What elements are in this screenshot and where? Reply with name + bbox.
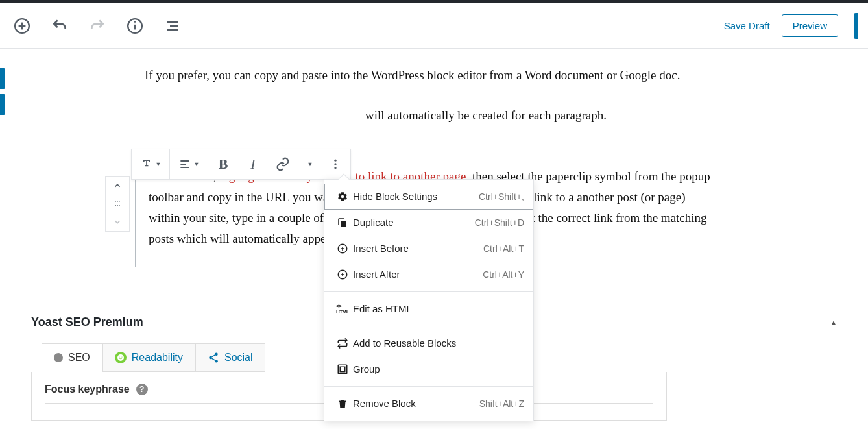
- seo-score-indicator: [54, 353, 63, 362]
- menu-shortcut: Ctrl+Shift+,: [479, 191, 524, 202]
- svg-point-9: [115, 201, 116, 202]
- block-mover: [105, 176, 130, 232]
- tab-label: Social: [224, 352, 253, 363]
- svg-line-37: [211, 358, 215, 360]
- collapse-icon: ▲: [830, 319, 837, 326]
- share-icon: [208, 352, 219, 363]
- svg-rect-21: [341, 221, 346, 227]
- svg-point-18: [334, 159, 336, 161]
- move-down-button[interactable]: [106, 213, 129, 231]
- tab-label: SEO: [68, 352, 90, 363]
- svg-point-11: [119, 201, 120, 202]
- svg-point-31: [119, 356, 119, 357]
- undo-button[interactable]: [48, 14, 71, 38]
- menu-separator: [324, 386, 533, 387]
- menu-edit-html[interactable]: <>HTML Edit as HTML: [324, 296, 533, 322]
- svg-point-19: [334, 163, 336, 165]
- preview-button[interactable]: Preview: [782, 14, 838, 37]
- yoast-tab-social[interactable]: Social: [195, 343, 265, 372]
- svg-point-30: [117, 354, 124, 361]
- svg-point-34: [209, 356, 212, 360]
- svg-point-14: [119, 205, 120, 206]
- yoast-title: Yoast SEO Premium: [31, 315, 143, 329]
- html-icon: <>HTML: [333, 303, 352, 315]
- yoast-tab-seo[interactable]: SEO: [42, 343, 102, 372]
- menu-insert-after[interactable]: Insert After Ctrl+Alt+Y: [324, 262, 533, 288]
- menu-separator: [324, 291, 533, 292]
- reusable-icon: [333, 337, 352, 349]
- add-block-button[interactable]: [10, 14, 34, 38]
- svg-line-36: [211, 355, 215, 357]
- menu-duplicate[interactable]: Duplicate Ctrl+Shift+D: [324, 210, 533, 236]
- menu-shortcut: Shift+Alt+Z: [479, 398, 524, 409]
- publish-button-edge[interactable]: [854, 13, 858, 39]
- svg-point-35: [215, 360, 218, 363]
- readability-score-indicator: [115, 352, 127, 363]
- copy-icon: [333, 217, 352, 228]
- menu-label: Insert Before: [352, 243, 483, 254]
- align-button[interactable]: ▼: [170, 149, 208, 179]
- menu-label: Duplicate: [352, 217, 475, 228]
- help-icon[interactable]: ?: [136, 384, 148, 395]
- menu-remove-block[interactable]: Remove Block Shift+Alt+Z: [324, 391, 533, 417]
- menu-label: Remove Block: [352, 398, 479, 409]
- menu-label: Group: [352, 363, 524, 374]
- block-options-button[interactable]: [320, 149, 350, 179]
- menu-hide-block-settings[interactable]: Hide Block Settings Ctrl+Shift+,: [324, 184, 533, 210]
- move-up-button[interactable]: [106, 177, 129, 195]
- paragraph-block[interactable]: will automatically be created for each p…: [145, 105, 723, 126]
- svg-point-10: [117, 201, 118, 202]
- menu-add-reusable[interactable]: Add to Reusable Blocks: [324, 330, 533, 356]
- menu-separator: [324, 326, 533, 326]
- svg-point-5: [134, 22, 135, 23]
- link-button[interactable]: [268, 149, 298, 179]
- menu-insert-before[interactable]: Insert Before Ctrl+Alt+T: [324, 236, 533, 262]
- svg-point-13: [117, 205, 118, 206]
- focus-keyphrase-label: Focus keyphrase: [45, 384, 130, 395]
- block-options-dropdown: Hide Block Settings Ctrl+Shift+, Duplica…: [324, 179, 534, 421]
- svg-point-32: [121, 356, 122, 357]
- block-type-button[interactable]: ▼: [132, 149, 169, 179]
- menu-group[interactable]: Group: [324, 356, 533, 382]
- yoast-tab-readability[interactable]: Readability: [102, 343, 195, 372]
- svg-rect-29: [340, 367, 345, 372]
- editor-content: If you prefer, you can copy and paste in…: [0, 49, 868, 267]
- gear-icon: [333, 191, 352, 202]
- tab-label: Readability: [132, 352, 183, 363]
- drag-handle[interactable]: [106, 195, 129, 213]
- redo-button[interactable]: [86, 14, 109, 38]
- menu-shortcut: Ctrl+Alt+T: [483, 243, 524, 254]
- trash-icon: [333, 398, 352, 410]
- editor-header: Save Draft Preview: [0, 3, 868, 49]
- menu-label: Hide Block Settings: [352, 191, 479, 202]
- insert-after-icon: [333, 269, 352, 280]
- more-richtext-button[interactable]: ▼: [298, 149, 320, 179]
- svg-point-33: [215, 353, 218, 356]
- svg-point-12: [115, 205, 116, 206]
- paragraph-block[interactable]: If you prefer, you can copy and paste in…: [145, 65, 723, 86]
- menu-shortcut: Ctrl+Shift+D: [475, 217, 524, 228]
- menu-label: Edit as HTML: [352, 303, 524, 314]
- bold-button[interactable]: B: [208, 149, 238, 179]
- save-draft-link[interactable]: Save Draft: [724, 20, 770, 31]
- block-toolbar: ▼ ▼ B I ▼: [131, 149, 351, 180]
- svg-rect-28: [338, 365, 347, 374]
- italic-button[interactable]: I: [238, 149, 268, 179]
- group-icon: [333, 363, 352, 375]
- outline-button[interactable]: [161, 14, 184, 38]
- info-button[interactable]: [123, 14, 147, 38]
- menu-label: Add to Reusable Blocks: [352, 337, 524, 349]
- svg-point-20: [334, 167, 336, 169]
- menu-label: Insert After: [352, 269, 483, 280]
- insert-before-icon: [333, 243, 352, 254]
- menu-shortcut: Ctrl+Alt+Y: [483, 269, 524, 280]
